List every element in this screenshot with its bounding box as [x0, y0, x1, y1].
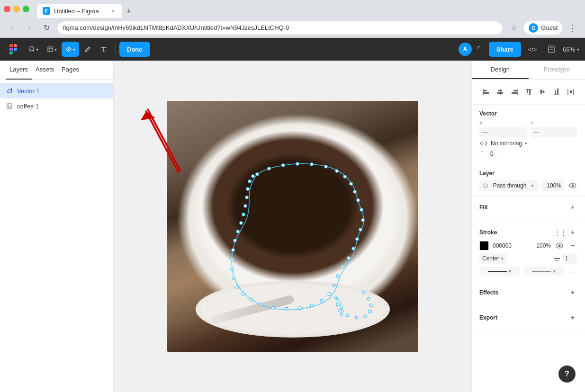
svg-point-39	[233, 277, 235, 280]
stroke-position-select[interactable]: Center ▾	[479, 253, 506, 264]
svg-point-18	[353, 190, 356, 193]
user-avatar[interactable]: A	[459, 43, 472, 56]
community-btn[interactable]	[544, 42, 559, 57]
align-center-h-btn[interactable]	[494, 85, 507, 98]
corner-radius-icon: ⌒	[479, 151, 485, 158]
svg-point-29	[328, 293, 331, 295]
distribute-icon	[567, 88, 575, 96]
svg-point-46	[242, 213, 245, 216]
move-tool-btn[interactable]: ▾	[25, 42, 42, 57]
canvas-content[interactable]	[167, 101, 418, 352]
layer-item-coffee[interactable]: coffee 1	[0, 98, 113, 114]
svg-point-53	[367, 297, 370, 300]
stroke-color-hex[interactable]: 000000	[493, 242, 529, 249]
x-field-group: X —	[479, 121, 527, 137]
align-center-v-btn[interactable]	[536, 85, 549, 98]
x-field-value[interactable]: —	[479, 127, 527, 137]
stroke-add-btn[interactable]: +	[568, 228, 577, 237]
svg-point-31	[310, 304, 313, 307]
fill-add-btn[interactable]: +	[568, 203, 577, 212]
canvas-area[interactable]	[114, 61, 471, 392]
figma-browser-tab[interactable]: F Untitled – Figma ×	[37, 4, 122, 18]
tab-assets[interactable]: Assets	[32, 61, 58, 80]
solid-line-icon	[488, 271, 507, 272]
tab-layers[interactable]: Layers	[6, 61, 32, 80]
tab-design[interactable]: Design	[472, 61, 529, 79]
tab-close-btn[interactable]: ×	[109, 7, 117, 15]
stroke-options-btn[interactable]: ⋮⋮	[556, 228, 565, 237]
svg-rect-71	[483, 92, 489, 94]
opacity-field[interactable]: 100%	[541, 180, 564, 191]
stroke-solid-btn[interactable]: ▾	[479, 267, 520, 276]
svg-point-41	[231, 258, 234, 261]
dash-line-icon	[532, 271, 551, 272]
corner-radius-value[interactable]: 0	[487, 150, 496, 158]
stroke-width-field[interactable]: 1	[562, 253, 577, 264]
back-btn[interactable]: ‹	[6, 21, 19, 35]
distribute-btn[interactable]	[564, 85, 577, 98]
align-center-h-icon	[496, 88, 504, 96]
stroke-color-row: 000000 100% −	[479, 241, 577, 250]
layer-name-vector1: Vector 1	[17, 88, 40, 95]
svg-point-13	[310, 163, 313, 166]
tab-prototype[interactable]: Prototype	[529, 61, 585, 79]
layer-item-vector1[interactable]: Vector 1	[0, 83, 113, 98]
text-tool-btn[interactable]	[96, 42, 111, 57]
frame-tool-btn[interactable]: ▾	[43, 42, 61, 57]
text-tool-icon	[100, 46, 107, 53]
stroke-dash-btn[interactable]: ▾	[524, 267, 565, 276]
figma-logo-btn[interactable]	[6, 42, 21, 57]
share-button[interactable]: Share	[489, 42, 521, 57]
svg-point-30	[320, 299, 323, 302]
align-bottom-btn[interactable]	[550, 85, 563, 98]
tab-pages[interactable]: Pages	[58, 61, 83, 80]
stroke-visibility-btn[interactable]	[555, 241, 564, 250]
align-left-btn[interactable]	[479, 85, 493, 98]
stroke-width-icon	[554, 255, 560, 262]
align-top-btn[interactable]	[522, 85, 535, 98]
reload-btn[interactable]: ↻	[40, 21, 53, 35]
address-bar-row: ‹ › ↻ figma.com/design/mHy69ikdLNTMt8pKd…	[0, 18, 585, 38]
vector-xy-fields: X — Y —	[479, 121, 577, 137]
browser-more-btn[interactable]: ⋮	[566, 21, 579, 35]
svg-point-8	[8, 105, 9, 106]
done-button[interactable]: Done	[119, 42, 150, 57]
align-right-btn[interactable]	[508, 85, 521, 98]
stroke-opacity-value[interactable]: 100%	[533, 242, 551, 249]
export-add-btn[interactable]: +	[568, 313, 577, 322]
stroke-line-style-row: ▾ ▾ ···	[479, 267, 577, 276]
blend-mode-label: Pass through	[493, 182, 527, 189]
svg-point-92	[484, 184, 487, 187]
zoom-btn[interactable]: 66% ▾	[563, 46, 579, 53]
svg-point-27	[336, 275, 339, 277]
help-button[interactable]: ?	[558, 365, 576, 383]
bookmark-btn[interactable]: ☆	[507, 21, 520, 35]
profile-btn[interactable]: G Guest	[524, 21, 562, 35]
stroke-minus-btn[interactable]: −	[568, 241, 577, 250]
browser-tabs: F Untitled – Figma × +	[37, 0, 135, 18]
svg-rect-76	[513, 90, 517, 91]
stroke-more-btn[interactable]: ···	[568, 267, 577, 276]
svg-point-47	[244, 205, 247, 207]
window-maximize-btn[interactable]	[23, 6, 29, 12]
pen-tool-chevron: ▾	[73, 47, 75, 52]
pen-tool-btn[interactable]: ▾	[62, 42, 79, 57]
window-minimize-btn[interactable]	[13, 6, 20, 12]
new-tab-btn[interactable]: +	[122, 5, 135, 18]
pencil-tool-btn[interactable]	[80, 42, 95, 57]
figma-logo-icon	[9, 44, 17, 54]
export-section: Export +	[472, 307, 585, 332]
address-bar[interactable]: figma.com/design/mHy69ikdLNTMt8pKdADXXU/…	[57, 21, 503, 35]
y-field-value[interactable]: —	[531, 127, 578, 137]
code-view-btn[interactable]: </>	[525, 42, 540, 57]
svg-point-37	[242, 293, 244, 295]
visibility-toggle[interactable]	[568, 181, 577, 190]
window-close-btn[interactable]	[4, 6, 10, 12]
stroke-color-swatch[interactable]	[479, 241, 489, 250]
effects-add-btn[interactable]: +	[568, 288, 577, 297]
blend-mode-select[interactable]: Pass through ▾	[479, 180, 538, 191]
mirroring-row[interactable]: No mirroring ▾	[479, 140, 577, 147]
forward-btn[interactable]: ›	[23, 21, 36, 35]
alignment-section	[472, 80, 585, 105]
svg-point-24	[352, 247, 355, 250]
